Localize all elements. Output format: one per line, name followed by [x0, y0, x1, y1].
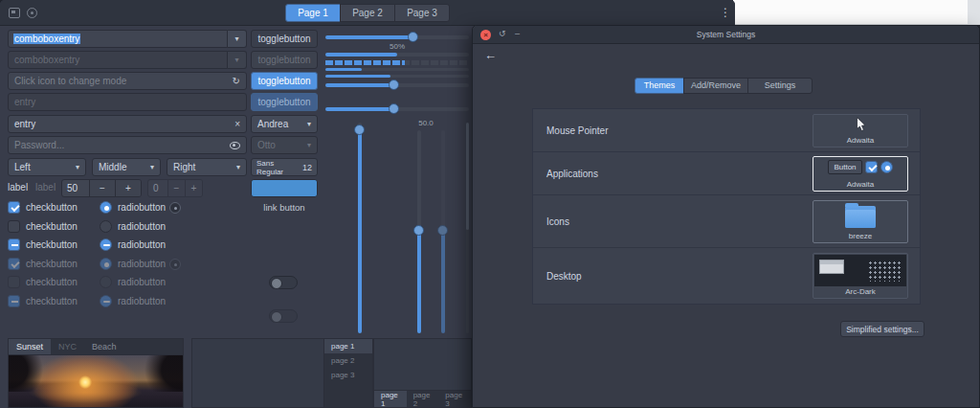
- radiobutton-label: radiobutton: [118, 202, 166, 213]
- tab-sunset[interactable]: Sunset: [9, 339, 51, 354]
- refresh-icon[interactable]: ↻: [233, 76, 240, 86]
- radiobutton-label: radiobutton: [118, 239, 166, 250]
- desktop-icons-grid: [868, 261, 901, 282]
- combo-left[interactable]: Left▾: [8, 158, 86, 176]
- bottom-tab-page-2[interactable]: page 2: [407, 391, 439, 407]
- tab-page-1[interactable]: Page 1: [285, 4, 341, 22]
- folder-icon: [845, 206, 876, 228]
- preview-button: Button: [828, 160, 861, 174]
- back-arrow-icon[interactable]: ←: [484, 48, 497, 62]
- clear-icon[interactable]: ×: [234, 119, 240, 129]
- tab-beach[interactable]: Beach: [84, 339, 124, 354]
- level-bar-2: [325, 68, 469, 71]
- combo-middle[interactable]: Middle▾: [92, 158, 161, 176]
- status-icon: [169, 259, 181, 270]
- scale-knob: [437, 225, 448, 236]
- radiobutton-selected[interactable]: [100, 201, 112, 214]
- checkbox-mixed[interactable]: [8, 238, 20, 251]
- togglebutton[interactable]: togglebutton: [251, 30, 318, 48]
- window-icon[interactable]: [9, 8, 20, 18]
- progress-bar: [325, 53, 469, 57]
- link-button[interactable]: link button: [251, 202, 318, 213]
- spin-plus-button[interactable]: +: [115, 180, 141, 196]
- chevron-down-icon[interactable]: ▾: [228, 30, 247, 48]
- combo-andrea[interactable]: Andrea▾: [251, 115, 318, 133]
- bottom-tab-page-1[interactable]: page 1: [374, 391, 407, 407]
- bottom-tab-page-3[interactable]: page 3: [438, 391, 471, 407]
- mode-entry-placeholder: Click icon to change mode: [14, 76, 126, 86]
- icons-preview[interactable]: breeze: [813, 200, 908, 243]
- togglebutton-active[interactable]: togglebutton: [251, 72, 318, 90]
- tab-settings[interactable]: Settings: [747, 78, 813, 94]
- checkbox-unchecked[interactable]: [8, 220, 20, 233]
- mode-entry[interactable]: Click icon to change mode ↻: [8, 72, 247, 90]
- tree-silhouette: [139, 355, 183, 392]
- headerbar: Page 1 Page 2 Page 3 ⋮: [0, 0, 735, 26]
- spin-minus-button[interactable]: −: [89, 180, 115, 196]
- row-label: Icons: [546, 216, 569, 227]
- vertical-scrollbar[interactable]: [466, 123, 469, 333]
- vertical-scale-3-disabled: [441, 130, 445, 333]
- tab-page-3[interactable]: Page 3: [394, 4, 450, 22]
- scale-knob[interactable]: [389, 79, 399, 90]
- mouse-pointer-preview[interactable]: Adwaita: [813, 114, 908, 147]
- clear-entry[interactable]: entry ×: [8, 115, 247, 133]
- applications-preview[interactable]: Button Adwaita: [813, 156, 908, 192]
- checkbox-checked[interactable]: [8, 201, 20, 214]
- checkbox-label: checkbutton: [26, 277, 100, 287]
- tab-page-2[interactable]: Page 2: [340, 4, 395, 22]
- spin-plus-button: +: [185, 180, 202, 196]
- side-tab-page-3[interactable]: page 3: [324, 368, 372, 382]
- scale-knob[interactable]: [354, 125, 365, 135]
- checkbox-label: checkbutton: [26, 239, 100, 250]
- vertical-scale-1[interactable]: [358, 123, 362, 333]
- side-tab-notebook: page 1 page 2 page 3: [191, 338, 373, 408]
- radiobutton-unselected[interactable]: [100, 220, 112, 233]
- vertical-scale-2[interactable]: [417, 130, 421, 333]
- titlebar[interactable]: × ↺ – System Settings: [473, 26, 979, 44]
- scale-knob[interactable]: [413, 225, 424, 236]
- switch-off-disabled: [269, 309, 298, 323]
- switch-off[interactable]: [269, 276, 298, 289]
- scale-knob[interactable]: [408, 32, 418, 42]
- scrollbar-thumb[interactable]: [466, 123, 469, 230]
- theme-value: Adwaita: [813, 136, 907, 145]
- combobox-entry[interactable]: comboboxentry ▾: [8, 30, 247, 48]
- tab-nyc[interactable]: NYC: [51, 339, 84, 354]
- spinbutton-value: 50: [62, 180, 89, 196]
- horizontal-scale-3[interactable]: [325, 107, 469, 111]
- password-field[interactable]: Password...: [8, 136, 247, 154]
- menu-kebab-icon[interactable]: ⋮: [720, 6, 731, 19]
- notebook-tabstrip: page 1 page 2 page 3: [374, 390, 471, 407]
- color-button[interactable]: [251, 179, 318, 197]
- eye-icon[interactable]: [230, 140, 240, 150]
- radiobutton-label: radiobutton: [118, 277, 166, 287]
- tab-add-remove[interactable]: Add/Remove: [683, 78, 748, 94]
- checkbox-checked: [8, 258, 20, 270]
- spinbutton[interactable]: 50 − +: [61, 179, 142, 197]
- combo-right[interactable]: Right▾: [167, 158, 247, 176]
- gear-icon[interactable]: [27, 8, 37, 18]
- radiobutton-mixed: [100, 295, 112, 307]
- simplified-settings-button[interactable]: Simplified settings...: [840, 321, 924, 337]
- combobox-entry-disabled: comboboxentry ▾: [8, 51, 247, 69]
- radiobutton-mixed[interactable]: [100, 238, 112, 251]
- tab-themes[interactable]: Themes: [635, 78, 684, 94]
- cursor-icon: [856, 117, 866, 132]
- desktop-preview[interactable]: Arc-Dark: [813, 253, 908, 299]
- side-tab-page-2[interactable]: page 2: [324, 353, 372, 368]
- combobox-entry-text: comboboxentry: [13, 55, 80, 65]
- side-tab-page-1[interactable]: page 1: [324, 339, 372, 353]
- horizontal-scale-2[interactable]: [325, 83, 469, 87]
- scale-knob[interactable]: [389, 103, 399, 114]
- combo-otto-disabled: Otto▾: [251, 136, 318, 154]
- row-label: Mouse Pointer: [546, 125, 608, 136]
- font-button[interactable]: Sans Regular 12: [251, 158, 318, 176]
- checkbox-label: checkbutton: [26, 296, 100, 306]
- window-title: System Settings: [473, 26, 979, 44]
- themes-list: Mouse Pointer Adwaita Applications Butto…: [532, 108, 921, 305]
- vscale-value-label: 50.0: [407, 119, 445, 127]
- horizontal-scale-1[interactable]: [325, 35, 469, 39]
- label: label: [8, 182, 28, 193]
- progress-label: 50%: [325, 42, 469, 51]
